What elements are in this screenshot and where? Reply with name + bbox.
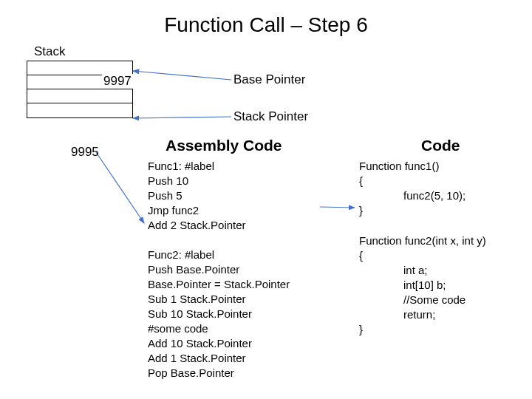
asm-line: Func1: #label bbox=[148, 159, 246, 174]
value-9995: 9995 bbox=[71, 145, 99, 160]
asm-line: Push 5 bbox=[148, 188, 246, 203]
code-line: //Some code bbox=[359, 293, 486, 307]
asm-line: Push 10 bbox=[148, 174, 246, 188]
asm-line: Jmp func2 bbox=[148, 203, 246, 218]
asm-line: Pop Base.Pointer bbox=[148, 366, 290, 381]
code-line: } bbox=[359, 322, 486, 337]
return-arrow bbox=[320, 207, 355, 208]
assembly-heading: Assembly Code bbox=[166, 137, 282, 154]
code-line: Function func2(int x, int y) bbox=[359, 233, 486, 248]
code-line: { bbox=[359, 174, 466, 188]
code-line: int a; bbox=[359, 263, 486, 278]
label-9995-arrow bbox=[96, 152, 144, 223]
asm-line: Func2: #label bbox=[148, 248, 290, 262]
asm-line: Add 1 Stack.Pointer bbox=[148, 351, 290, 366]
asm-line: Base.Pointer = Stack.Pointer bbox=[148, 277, 290, 292]
code-line: } bbox=[359, 203, 466, 218]
asm-line: #some code bbox=[148, 321, 290, 336]
code-line: func2(5, 10); bbox=[359, 188, 466, 203]
code-block-2: Function func2(int x, int y) { int a; in… bbox=[359, 233, 486, 337]
code-block-1: Function func1() { func2(5, 10); } bbox=[359, 159, 466, 218]
base-pointer-label: Base Pointer bbox=[233, 72, 305, 87]
stack-pointer-label: Stack Pointer bbox=[233, 109, 308, 124]
code-line: return; bbox=[359, 307, 486, 322]
asm-line: Sub 1 Stack.Pointer bbox=[148, 292, 290, 307]
asm-line: Add 10 Stack.Pointer bbox=[148, 336, 290, 351]
base-pointer-arrow bbox=[133, 71, 231, 80]
stack-pointer-arrow bbox=[133, 117, 231, 118]
value-9997: 9997 bbox=[102, 74, 133, 89]
asm-line: Push Base.Pointer bbox=[148, 262, 290, 277]
assembly-block-1: Func1: #label Push 10 Push 5 Jmp func2 A… bbox=[148, 159, 246, 233]
code-line: Function func1() bbox=[359, 159, 466, 174]
code-line: int[10] b; bbox=[359, 278, 486, 293]
asm-line: Sub 10 Stack.Pointer bbox=[148, 307, 290, 321]
code-line: { bbox=[359, 248, 486, 263]
code-heading: Code bbox=[421, 137, 460, 154]
assembly-block-2: Func2: #label Push Base.Pointer Base.Poi… bbox=[148, 248, 290, 381]
asm-line: Add 2 Stack.Pointer bbox=[148, 218, 246, 233]
